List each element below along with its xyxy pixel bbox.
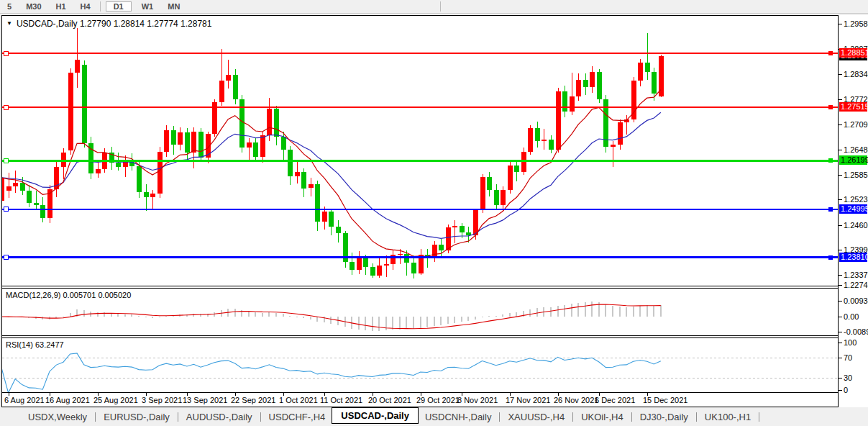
candle-body[interactable] [452, 226, 457, 227]
candle-body[interactable] [460, 226, 465, 232]
candle-body[interactable] [384, 264, 389, 266]
candle-body[interactable] [521, 152, 526, 172]
candle-body[interactable] [487, 177, 492, 190]
chart-dropdown-icon[interactable]: ▼ [6, 21, 12, 27]
candle-body[interactable] [432, 245, 437, 258]
candle-body[interactable] [583, 80, 588, 87]
line-handle-right[interactable] [828, 255, 833, 260]
line-handle-left[interactable] [4, 255, 8, 260]
candle-body[interactable] [116, 163, 121, 167]
candle-body[interactable] [267, 109, 272, 135]
timeframe-button-w1[interactable]: W1 [137, 1, 158, 12]
tab-eurusd-daily[interactable]: EURUSD-,Daily [97, 409, 176, 425]
tab-dj30-daily[interactable]: DJ30-,Daily [634, 409, 695, 425]
candle-body[interactable] [528, 128, 533, 152]
tab-usdchf-h4[interactable]: USDCHF-,H4 [262, 409, 332, 425]
timeframe-button-mn[interactable]: MN [163, 1, 184, 12]
candle-body[interactable] [40, 205, 45, 218]
candle-body[interactable] [597, 72, 602, 99]
candle-body[interactable] [398, 254, 403, 255]
candle-body[interactable] [542, 140, 547, 141]
candle-body[interactable] [576, 80, 581, 97]
candle-body[interactable] [329, 212, 334, 227]
timeframe-button-h1[interactable]: H1 [52, 1, 70, 12]
tab-uk100-h1[interactable]: UK100-,H1 [698, 409, 757, 425]
candle-body[interactable] [226, 75, 231, 81]
tab-usdcnh-daily[interactable]: USDCNH-,Daily [419, 409, 498, 425]
candle-body[interactable] [350, 262, 355, 270]
candle-body[interactable] [233, 75, 238, 99]
candle-body[interactable] [659, 56, 664, 96]
candle-body[interactable] [75, 60, 80, 73]
candle-body[interactable] [281, 137, 286, 150]
candle-body[interactable] [590, 72, 595, 87]
candle-body[interactable] [219, 81, 224, 102]
candle-body[interactable] [27, 191, 32, 203]
line-handle-right[interactable] [828, 158, 833, 163]
candle-body[interactable] [411, 263, 416, 273]
candle-body[interactable] [274, 109, 279, 137]
candle-body[interactable] [82, 65, 87, 143]
line-handle-right[interactable] [828, 105, 833, 109]
candle-body[interactable] [150, 194, 155, 197]
candle-body[interactable] [157, 152, 163, 194]
candle-body[interactable] [645, 63, 650, 71]
candle-body[interactable] [144, 192, 149, 197]
candle-body[interactable] [549, 140, 554, 150]
pane-separator[interactable] [2, 286, 838, 286]
candle-body[interactable] [164, 130, 169, 152]
candle-body[interactable] [13, 183, 18, 186]
candle-body[interactable] [618, 122, 623, 145]
candle-body[interactable] [357, 258, 362, 270]
timeframe-button-h4[interactable]: H4 [76, 1, 95, 12]
candle-body[interactable] [301, 172, 306, 189]
candle-body[interactable] [191, 132, 196, 153]
candle-body[interactable] [322, 212, 327, 222]
candle-body[interactable] [6, 186, 12, 191]
candle-body[interactable] [178, 132, 183, 145]
candle-body[interactable] [295, 172, 300, 176]
candle-body[interactable] [480, 177, 485, 211]
candle-body[interactable] [260, 135, 265, 157]
candle-body[interactable] [185, 132, 190, 153]
candle-body[interactable] [501, 190, 506, 205]
candle-body[interactable] [377, 266, 382, 276]
candle-body[interactable] [611, 145, 616, 147]
candle-body[interactable] [570, 96, 575, 111]
pane-separator[interactable] [2, 335, 838, 336]
candle-body[interactable] [253, 142, 258, 157]
candle-body[interactable] [514, 166, 519, 172]
line-handle-left[interactable] [4, 207, 8, 212]
candle-body[interactable] [239, 99, 245, 148]
candle-body[interactable] [198, 132, 204, 158]
line-handle-left[interactable] [4, 105, 8, 109]
candle-body[interactable] [171, 130, 176, 145]
candle-body[interactable] [68, 73, 73, 151]
candle-body[interactable] [363, 258, 368, 266]
candle-body[interactable] [390, 255, 396, 264]
timeframe-button-m30[interactable]: M30 [22, 1, 45, 12]
tab-audusd-daily[interactable]: AUDUSD-,Daily [180, 409, 259, 425]
line-handle-right[interactable] [828, 207, 833, 212]
candle-body[interactable] [466, 232, 471, 235]
line-handle-left[interactable] [4, 51, 8, 55]
candle-body[interactable] [336, 227, 341, 234]
main-chart-canvas[interactable] [2, 16, 838, 286]
candle-body[interactable] [562, 91, 567, 112]
candle-body[interactable] [535, 128, 540, 141]
candle-body[interactable] [494, 190, 499, 205]
candle-body[interactable] [439, 245, 444, 250]
timeframe-button-5[interactable]: 5 [3, 1, 16, 12]
candle-body[interactable] [652, 72, 657, 94]
candle-body[interactable] [2, 178, 4, 201]
candle-body[interactable] [638, 63, 643, 81]
rsi-indicator-canvas[interactable] [2, 338, 838, 392]
candle-body[interactable] [34, 203, 39, 205]
tab-ukoil-h4[interactable]: UKOil-,H4 [575, 409, 630, 425]
candle-body[interactable] [137, 166, 142, 192]
candle-body[interactable] [370, 267, 375, 276]
candle-body[interactable] [212, 102, 217, 134]
candle-body[interactable] [309, 184, 314, 189]
line-handle-right[interactable] [828, 51, 833, 55]
candle-body[interactable] [556, 91, 561, 150]
